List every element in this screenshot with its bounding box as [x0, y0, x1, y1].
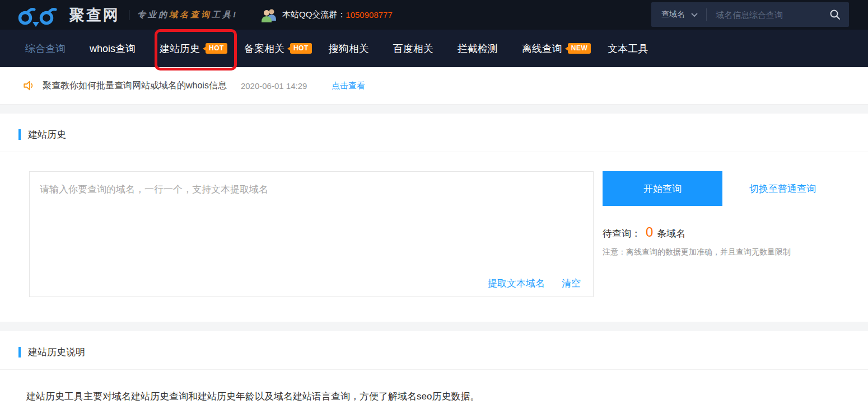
query-area: 提取文本域名 清空 开始查询 切换至普通查询 待查询： 0 条域名 注意：离线查…: [0, 152, 868, 322]
section-title-accent-bar: [18, 129, 21, 140]
clear-link[interactable]: 清空: [562, 277, 581, 290]
tagline-divider: [129, 10, 129, 20]
switch-normal-query-link[interactable]: 切换至普通查询: [749, 182, 816, 195]
site-history-section: 建站历史 提取文本域名 清空 开始查询 切换至普通查询 待查询： 0 条域名 注…: [0, 114, 868, 322]
nav-item-site-history-label: 建站历史: [160, 42, 200, 55]
section-title-history-explain: 建站历史说明: [28, 346, 85, 359]
history-explain-section: 建站历史说明 建站历史工具主要对域名建站历史查询和建站历史年龄以及域名建站语言查…: [0, 331, 868, 414]
tagline-prefix: 专业的: [137, 10, 169, 20]
nav-item-whois-query[interactable]: whois查询: [90, 42, 136, 55]
site-name: 聚查网: [69, 5, 120, 25]
site-search-box: 查域名: [651, 2, 849, 27]
nav-item-comprehensive-query[interactable]: 综合查询: [25, 42, 66, 55]
search-button[interactable]: [826, 9, 849, 20]
announcement-view-link[interactable]: 点击查看: [332, 81, 365, 91]
new-badge: NEW: [568, 43, 591, 54]
hot-badge: HOT: [206, 43, 227, 54]
section-title-history: 建站历史: [28, 128, 66, 141]
nav-item-sogou-related[interactable]: 搜狗相关: [329, 42, 369, 55]
start-query-button[interactable]: 开始查询: [603, 171, 722, 206]
domain-input-wrap: 提取文本域名 清空: [29, 171, 594, 297]
nav-item-text-tools[interactable]: 文本工具: [608, 42, 648, 55]
pending-count-line: 待查询： 0 条域名: [603, 224, 816, 240]
search-category-select[interactable]: 查域名: [651, 10, 698, 20]
section-title-row: 建站历史说明: [0, 331, 868, 370]
extract-domains-link[interactable]: 提取文本域名: [488, 277, 545, 290]
chevron-down-icon: [691, 13, 698, 17]
site-logo[interactable]: 聚查网: [17, 3, 120, 27]
tagline-highlight: 域名查询: [169, 10, 212, 20]
search-category-value: 查域名: [661, 10, 685, 20]
offline-note: 注意：离线查询的数据更加准确，并且查询无数量限制: [603, 247, 816, 257]
qq-group-info: 本站QQ交流群： 1050908777: [260, 7, 393, 23]
pending-count-suffix: 条域名: [657, 227, 685, 240]
qq-group-icon: [260, 7, 277, 23]
qq-group-label: 本站QQ交流群：: [282, 10, 346, 20]
nav-item-block-detection[interactable]: 拦截检测: [458, 42, 498, 55]
nav-item-site-history[interactable]: 建站历史 HOT: [160, 42, 227, 55]
main-nav: 综合查询 whois查询 建站历史 HOT 备案相关 HOT 搜狗相关 百度相关…: [0, 30, 868, 67]
search-divider: [706, 8, 707, 21]
pending-count-prefix: 待查询：: [603, 227, 641, 240]
textarea-links: 提取文本域名 清空: [488, 277, 581, 290]
search-input[interactable]: [716, 10, 826, 20]
query-actions-row: 开始查询 切换至普通查询: [603, 171, 816, 206]
qq-group-number[interactable]: 1050908777: [346, 10, 392, 20]
history-explain-text: 建站历史工具主要对域名建站历史查询和建站历史年龄以及域名建站语言查询，方便了解域…: [0, 370, 868, 403]
topbar: 聚查网 专业的 域名查询 工具! 本站QQ交流群： 1050908777 查域名: [0, 0, 868, 30]
hot-badge: HOT: [290, 43, 312, 54]
tagline-suffix: 工具!: [212, 10, 238, 20]
pending-count-value: 0: [646, 224, 653, 240]
nav-item-icp-records[interactable]: 备案相关 HOT: [244, 42, 312, 55]
nav-item-icp-records-label: 备案相关: [244, 42, 284, 55]
announcement-bar: 聚查教你如何批量查询网站或域名的whois信息 2020-06-01 14:29…: [0, 67, 868, 105]
owl-logo-icon: [17, 3, 63, 27]
nav-item-offline-query-label: 离线查询: [522, 42, 562, 55]
search-icon: [829, 9, 841, 20]
section-title-row: 建站历史: [0, 114, 868, 152]
tagline: 专业的 域名查询 工具!: [129, 10, 238, 20]
announcement-text: 聚查教你如何批量查询网站或域名的whois信息: [43, 80, 227, 92]
announcement-date: 2020-06-01 14:29: [241, 81, 307, 91]
query-side-panel: 开始查询 切换至普通查询 待查询： 0 条域名 注意：离线查询的数据更加准确，并…: [603, 171, 816, 297]
speaker-icon: [22, 79, 35, 92]
nav-item-baidu-related[interactable]: 百度相关: [393, 42, 433, 55]
nav-item-offline-query[interactable]: 离线查询 NEW: [522, 42, 591, 55]
section-title-accent-bar: [18, 347, 21, 357]
